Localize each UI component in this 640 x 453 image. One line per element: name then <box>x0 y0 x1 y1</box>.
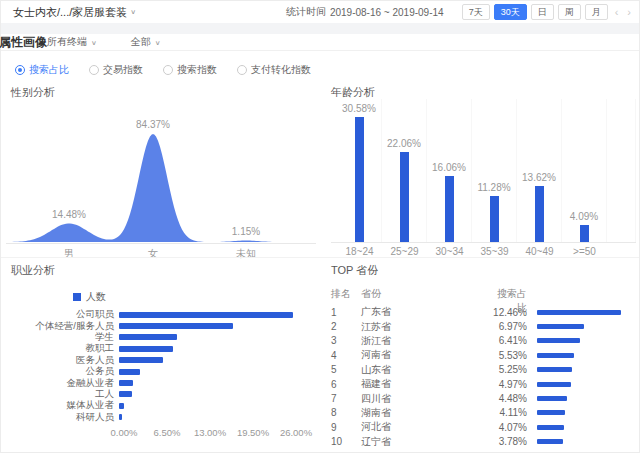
province-share-value: 6.41% <box>489 335 527 346</box>
province-name: 浙江省 <box>361 334 489 348</box>
province-name: 广东省 <box>361 305 489 319</box>
province-bar-area <box>527 410 636 415</box>
occupation-chart-title: 职业分析 <box>11 263 55 278</box>
province-rank: 2 <box>331 321 361 332</box>
province-table-row: 1广东省12.46% <box>331 305 636 319</box>
date-controls: 统计时间 2019-08-16 ~ 2019-09-14 7天 30天 日 周 … <box>286 4 633 20</box>
province-rank: 7 <box>331 393 361 404</box>
province-table-row: 3浙江省6.41% <box>331 334 636 348</box>
terminal-filter-dropdown[interactable]: 所有终端 ∨ <box>47 35 97 49</box>
terminal-filter-label: 所有终端 <box>47 35 87 49</box>
age-value-label: 4.09% <box>570 211 598 222</box>
section-header: 属性画像 所有终端 ∨ 全部 ∨ <box>1 34 639 51</box>
province-rank: 9 <box>331 422 361 433</box>
radio-search-share[interactable]: 搜索占比 <box>15 63 69 77</box>
occupation-chart: 职业分析 人数 公司职员个体经营/服务人员学生教职工医务人员公务员金融从业者工人… <box>11 263 316 448</box>
occupation-bar <box>119 334 177 340</box>
age-category-label: 40~49 <box>517 243 562 257</box>
age-column: 22.06% <box>382 99 427 242</box>
age-category-label: 30~34 <box>427 243 472 257</box>
province-name: 江苏省 <box>361 320 489 334</box>
occupation-x-tick: 19.50% <box>237 427 269 438</box>
province-bar-area <box>527 382 636 387</box>
province-share-value: 4.48% <box>489 393 527 404</box>
occupation-bar <box>119 357 163 363</box>
next-period-icon[interactable]: › <box>625 6 633 18</box>
province-share-value: 12.46% <box>489 307 527 318</box>
provinces-table-body: 1广东省12.46%2江苏省6.97%3浙江省6.41%4河南省5.53%5山东… <box>331 305 636 449</box>
province-bar-area <box>527 396 636 401</box>
occupation-x-tick: 26.00% <box>280 427 312 438</box>
section-title: 属性画像 <box>0 34 47 51</box>
province-bar <box>537 310 621 315</box>
radio-selected-icon <box>15 65 25 75</box>
scope-filter-dropdown[interactable]: 全部 ∨ <box>131 35 161 49</box>
province-bar <box>537 439 563 444</box>
age-column: 11.28% <box>472 99 517 242</box>
province-share-value: 4.97% <box>489 379 527 390</box>
province-rank: 5 <box>331 364 361 375</box>
category-breadcrumb[interactable]: 女士内衣/.../家居服套装 ∨ <box>13 5 136 20</box>
radio-trade-index[interactable]: 交易指数 <box>89 63 143 77</box>
prev-period-icon[interactable]: ‹ <box>613 6 621 18</box>
metric-radio-group: 搜索占比 交易指数 搜索指数 支付转化指数 <box>15 63 331 77</box>
province-name: 湖南省 <box>361 406 489 420</box>
radio-icon <box>89 65 99 75</box>
gender-value-label: 1.15% <box>232 226 260 237</box>
province-bar-area <box>527 425 636 430</box>
gender-value-label: 84.37% <box>136 119 170 130</box>
scope-filter-label: 全部 <box>131 35 151 49</box>
radio-label: 交易指数 <box>103 63 143 77</box>
gender-density-svg: 14.48%84.37%1.15% <box>6 100 316 244</box>
province-rank: 3 <box>331 335 361 346</box>
occupation-bar <box>119 414 122 420</box>
province-bar <box>537 324 584 329</box>
age-bar <box>580 225 589 242</box>
stat-time-label: 统计时间 <box>286 5 326 19</box>
top-bar: 女士内衣/.../家居服套装 ∨ 统计时间 2019-08-16 ~ 2019-… <box>1 1 639 23</box>
gender-category-label: 未知 <box>236 247 256 261</box>
breadcrumb-label: 女士内衣/.../家居服套装 <box>13 5 127 20</box>
province-table-row: 10辽宁省3.78% <box>331 435 636 449</box>
occupation-bar <box>119 403 124 409</box>
page: 女士内衣/.../家居服套装 ∨ 统计时间 2019-08-16 ~ 2019-… <box>0 0 640 453</box>
range-button-30d[interactable]: 30天 <box>494 4 527 20</box>
province-bar-area <box>527 310 636 315</box>
range-button-week[interactable]: 周 <box>558 4 581 20</box>
occupation-legend[interactable]: 人数 <box>73 290 106 304</box>
occupation-bar <box>119 380 133 386</box>
province-bar <box>537 338 580 343</box>
province-name: 河北省 <box>361 420 489 434</box>
province-name: 四川省 <box>361 392 489 406</box>
radio-pay-conversion-index[interactable]: 支付转化指数 <box>237 63 311 77</box>
range-button-7d[interactable]: 7天 <box>462 4 490 20</box>
range-button-day[interactable]: 日 <box>531 4 554 20</box>
age-bar <box>400 152 409 242</box>
top-provinces-panel: TOP 省份 排名 省份 搜索占比 1广东省12.46%2江苏省6.97%3浙江… <box>331 263 636 453</box>
age-bar <box>535 186 544 242</box>
age-chart-title: 年龄分析 <box>331 85 375 100</box>
radio-search-index[interactable]: 搜索指数 <box>163 63 217 77</box>
occupation-bar <box>119 323 233 329</box>
age-value-label: 22.06% <box>387 138 421 149</box>
gender-chart-title: 性别分析 <box>11 85 55 100</box>
provinces-title: TOP 省份 <box>331 263 378 278</box>
age-category-labels: 18~2425~2930~3435~3940~49>=50 <box>331 243 636 257</box>
province-table-row: 2江苏省6.97% <box>331 319 636 333</box>
radio-icon <box>237 65 247 75</box>
province-bar <box>537 396 567 401</box>
age-bar <box>490 196 499 242</box>
age-bars: 30.58%22.06%16.06%11.28%13.62%4.09% <box>331 99 636 243</box>
province-bar-area <box>527 324 636 329</box>
province-bar-area <box>527 367 636 372</box>
chevron-down-icon: ∨ <box>130 8 136 15</box>
province-rank: 10 <box>331 436 361 447</box>
age-category-label: 25~29 <box>382 243 427 257</box>
legend-swatch-icon <box>73 293 81 301</box>
province-bar <box>537 353 574 358</box>
province-share-value: 4.07% <box>489 422 527 433</box>
range-button-month[interactable]: 月 <box>585 4 608 20</box>
province-bar-area <box>527 353 636 358</box>
occupation-x-tick: 6.50% <box>154 427 181 438</box>
age-column: 4.09% <box>562 99 607 242</box>
